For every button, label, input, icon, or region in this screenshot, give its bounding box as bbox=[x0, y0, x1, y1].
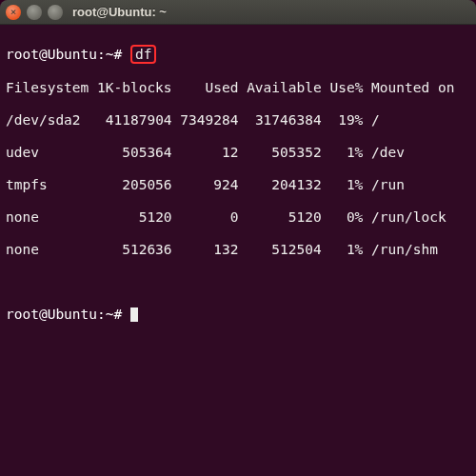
window-title: root@Ubuntu: ~ bbox=[72, 5, 167, 19]
blank-line bbox=[6, 274, 470, 290]
col-blocks: 1K-blocks bbox=[89, 80, 171, 96]
shell-prompt: root@Ubuntu:~# bbox=[6, 47, 122, 62]
col-usepct: Use% bbox=[322, 80, 364, 96]
prompt-line: root@Ubuntu:~# df bbox=[6, 45, 470, 64]
shell-prompt: root@Ubuntu:~# bbox=[6, 307, 122, 322]
terminal-body[interactable]: root@Ubuntu:~# df Filesystem1K-blocksUse… bbox=[0, 25, 476, 476]
maximize-icon[interactable] bbox=[48, 5, 63, 20]
table-row: none5126361325125041%/run/shm bbox=[6, 242, 470, 258]
titlebar[interactable]: × root@Ubuntu: ~ bbox=[0, 0, 476, 25]
col-used: Used bbox=[172, 80, 239, 96]
cursor-icon bbox=[130, 307, 138, 322]
close-icon[interactable]: × bbox=[6, 5, 21, 20]
col-mounted: Mounted on bbox=[363, 80, 454, 96]
prompt-line: root@Ubuntu:~# bbox=[6, 307, 470, 323]
table-header: Filesystem1K-blocksUsedAvailableUse%Moun… bbox=[6, 80, 470, 96]
table-row: none5120051200%/run/lock bbox=[6, 209, 470, 226]
terminal-window: × root@Ubuntu: ~ root@Ubuntu:~# df Files… bbox=[0, 0, 476, 476]
table-row: udev505364125053521%/dev bbox=[6, 145, 470, 161]
command-highlight: df bbox=[130, 45, 156, 64]
minimize-icon[interactable] bbox=[27, 5, 42, 20]
col-filesystem: Filesystem bbox=[6, 80, 89, 96]
col-available: Available bbox=[238, 80, 321, 96]
table-row: /dev/sda24118790473492843174638419%/ bbox=[6, 112, 470, 129]
table-row: tmpfs2050569242041321%/run bbox=[6, 177, 470, 193]
